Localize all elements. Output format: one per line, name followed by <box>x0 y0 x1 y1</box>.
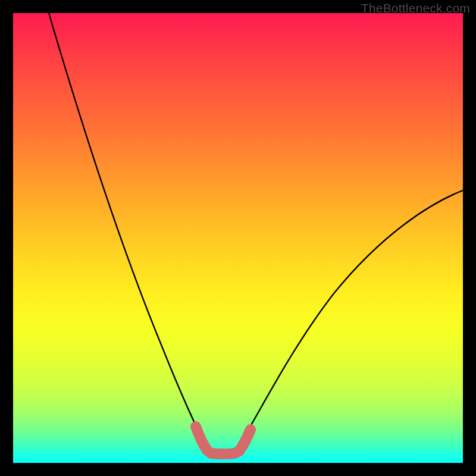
watermark-text: TheBottleneck.com <box>361 1 470 15</box>
right-curve <box>242 190 463 440</box>
plot-area <box>13 13 463 463</box>
left-curve <box>49 13 204 443</box>
curve-layer <box>13 13 463 463</box>
bottom-marker <box>196 427 250 454</box>
chart-frame: TheBottleneck.com <box>0 0 476 476</box>
